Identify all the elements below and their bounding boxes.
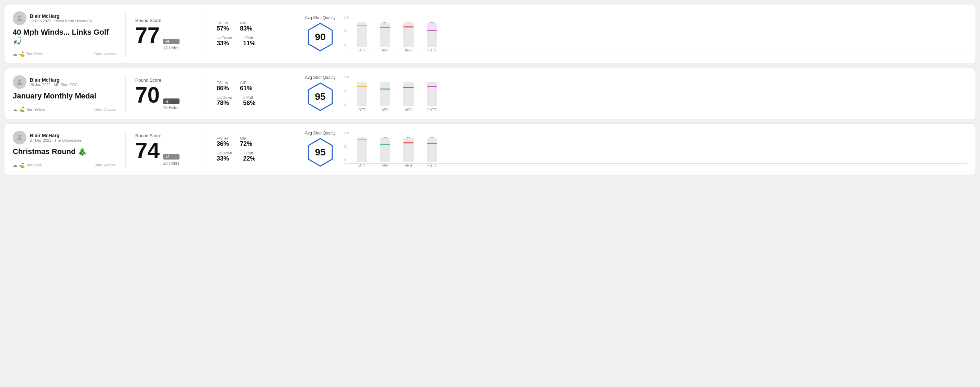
chart-axis-label: APP [378, 108, 392, 112]
bar-wrap [403, 141, 414, 162]
hexagon-container: 95 [305, 137, 336, 168]
quality-section: Avg Shot Quality 90 [305, 16, 336, 52]
score-label: Round Score [135, 18, 197, 23]
stat-gir: GIR 83% [240, 21, 252, 32]
chart-y-axis: 100 50 0 [344, 76, 349, 106]
bag-icon: ⛳ [19, 107, 25, 112]
user-name: Blair McHarg [30, 77, 78, 82]
bar-background [427, 23, 437, 47]
stat-up-down: Up/Down 78% [216, 95, 232, 107]
bar-chart: 100 50 0 107 95 98 [344, 16, 967, 52]
round-left-section: Blair McHarg 29 Jan 2022 · Mill Ride GCC… [13, 75, 116, 112]
score-badge: +5 [163, 39, 179, 44]
bar-background [427, 138, 437, 162]
section-divider-2 [207, 131, 207, 168]
bottom-meta: ☁ ⛳ Tee: Blue Data: Arccos [13, 162, 116, 168]
quality-label: Avg Shot Quality [305, 75, 336, 80]
score-badge: -2 [163, 98, 179, 104]
up-down-label: Up/Down [216, 36, 232, 40]
holes-label: 18 Holes [163, 161, 179, 166]
bar-line [427, 30, 437, 31]
bar-background [356, 23, 367, 47]
chart-bar-group: 86 [378, 81, 392, 106]
svg-point-0 [18, 16, 21, 18]
bar-wrap [356, 141, 367, 162]
quality-section: Avg Shot Quality 95 [305, 131, 336, 168]
score-row: 70 -2 18 Holes [135, 84, 197, 110]
bar-line [403, 143, 414, 143]
tee-info: ☁ ⛳ Tee: Black [13, 51, 44, 57]
bar-background [403, 82, 414, 106]
score-diff-col: -2 18 Holes [163, 98, 179, 110]
tee-info: ☁ ⛳ Tee: Blue [13, 162, 42, 168]
bar-line [380, 27, 390, 28]
bar-wrap [380, 86, 390, 106]
bar-wrap [356, 86, 367, 106]
up-down-label: Up/Down [216, 151, 232, 155]
score-label: Round Score [135, 78, 197, 82]
user-date-course: 12 Feb 2022 · Royal North Devon GC [30, 19, 93, 23]
chart-axis-label: ARG [402, 163, 415, 167]
weather-icon: ☁ [13, 162, 18, 168]
chart-labels-row: OTTAPPARGPUTT [344, 48, 967, 52]
fw-hit-label: FW Hit [216, 81, 229, 85]
score-diff-col: +5 18 Holes [163, 39, 179, 51]
round-title: January Monthly Medal [13, 92, 116, 100]
section-divider [125, 75, 126, 112]
fw-hit-label: FW Hit [216, 21, 229, 25]
data-source: Data: Arccos [94, 163, 116, 167]
stat-one-putt: 1 Putt 56% [243, 95, 255, 107]
score-section: Round Score 74 +2 18 Holes [135, 131, 197, 168]
chart-axis-label: ARG [402, 108, 415, 112]
one-putt-label: 1 Putt [243, 151, 255, 155]
chart-labels-row: OTTAPPARGPUTT [344, 163, 967, 167]
stat-gir: GIR 72% [240, 136, 252, 148]
hexagon-container: 95 [305, 81, 336, 112]
bar-wrap [403, 26, 414, 47]
chart-bar-group: 82 [425, 22, 439, 47]
bag-icon: ⛳ [19, 162, 25, 168]
stat-up-down: Up/Down 33% [216, 151, 232, 162]
quality-label: Avg Shot Quality [305, 131, 336, 135]
stat-fw-hit: FW Hit 86% [216, 81, 229, 92]
hexagon-score: 90 [315, 32, 325, 43]
round-card-round1: Blair McHarg 12 Feb 2022 · Royal North D… [4, 4, 976, 64]
score-label: Round Score [135, 133, 197, 138]
gir-label: GIR [240, 136, 252, 140]
chart-bars-container: 100 50 0 110 87 95 [344, 131, 967, 162]
chart-section: Avg Shot Quality 90 100 50 0 107 [305, 11, 967, 57]
bar-chart: 100 50 0 101 86 96 [344, 76, 967, 112]
bar-wrap [427, 86, 437, 106]
stats-section: FW Hit 36% GIR 72% Up/Down 33% 1 Putt 22… [216, 131, 285, 168]
stats-row-bottom: Up/Down 33% 1 Putt 11% [216, 36, 285, 47]
bar-wrap [380, 26, 390, 47]
stats-row-bottom: Up/Down 33% 1 Putt 22% [216, 151, 285, 162]
one-putt-value: 22% [243, 155, 255, 162]
one-putt-value: 56% [243, 100, 255, 107]
chart-bars-container: 100 50 0 107 95 98 [344, 16, 967, 47]
section-divider [125, 11, 126, 57]
fw-hit-value: 57% [216, 25, 229, 32]
data-source: Data: Arccos [94, 52, 116, 56]
user-date-course: 27 Dec 2021 · The Oxfordshire [30, 138, 81, 143]
fw-hit-value: 86% [216, 85, 229, 92]
chart-y-axis: 100 50 0 [344, 16, 349, 47]
user-name: Blair McHarg [30, 133, 81, 138]
hexagon-score: 95 [315, 147, 325, 158]
stat-one-putt: 1 Putt 11% [243, 36, 255, 47]
score-number: 70 [135, 84, 160, 106]
chart-axis-label: PUTT [425, 48, 439, 52]
gir-value: 83% [240, 25, 252, 32]
holes-label: 18 Holes [163, 105, 179, 110]
tee-label: Tee: Blue [26, 163, 42, 167]
user-details: Blair McHarg 29 Jan 2022 · Mill Ride GCC [30, 77, 78, 87]
stat-fw-hit: FW Hit 36% [216, 136, 229, 148]
weather-icon: ☁ [13, 51, 18, 57]
hexagon-score: 95 [315, 91, 325, 102]
section-divider-3 [295, 75, 295, 112]
fw-hit-value: 36% [216, 140, 229, 148]
round-title: Christmas Round 🎄 [13, 147, 116, 156]
chart-bar-group: 98 [402, 22, 415, 47]
section-divider [125, 131, 126, 168]
bar-wrap [380, 141, 390, 162]
